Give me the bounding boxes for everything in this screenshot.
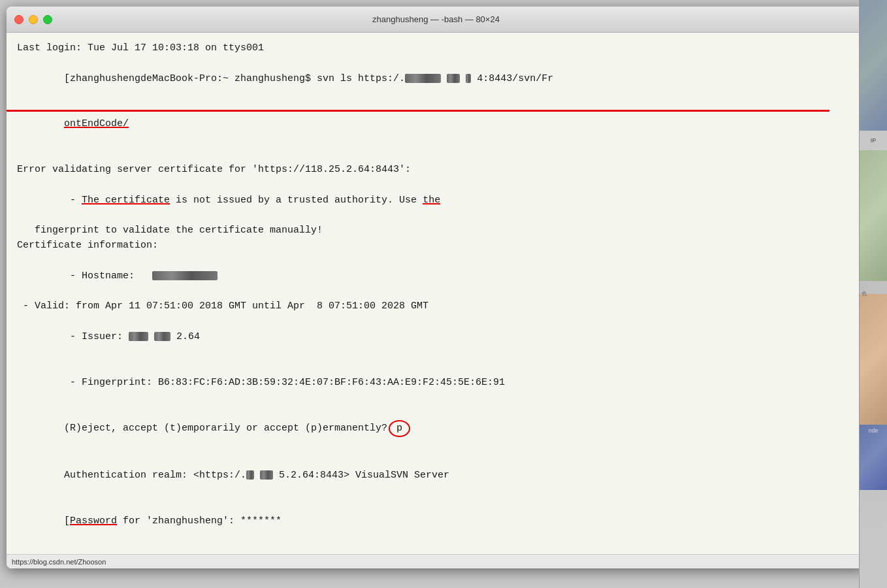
last-login-line: Last login: Tue Jul 17 10:03:18 on ttys0… bbox=[17, 41, 855, 56]
right-panel-bottom-image bbox=[860, 294, 887, 425]
cert-info-line: Certificate information: bbox=[17, 238, 855, 253]
terminal-body[interactable]: Last login: Tue Jul 17 10:03:18 on ttys0… bbox=[7, 33, 865, 568]
password-prompt1-line: [Password for 'zhanghusheng': ******* bbox=[17, 498, 855, 544]
the-cert-underlined: The certificate bbox=[82, 195, 170, 206]
blurred-host3 bbox=[466, 74, 471, 83]
ontendcode-underlined: ontEndCode/ bbox=[64, 118, 129, 129]
blurred-hostname bbox=[152, 271, 218, 280]
the-underlined: the bbox=[423, 195, 440, 206]
prompt-text: [zhanghushengdeMacBook-Pro:~ zhanghushen… bbox=[64, 73, 405, 84]
issuer-line: - Issuer: 2.64 bbox=[17, 314, 855, 360]
p-circle-annotation: p bbox=[389, 420, 410, 437]
fingerprint-line: - Fingerprint: B6:83:FC:F6:AD:3B:59:32:4… bbox=[17, 359, 855, 405]
right-panel: IP 色. nde bbox=[859, 0, 887, 588]
blurred-host1 bbox=[405, 74, 441, 83]
traffic-lights bbox=[14, 15, 52, 24]
terminal-window: zhanghusheng — -bash — 80×24 Last login:… bbox=[7, 7, 865, 568]
error-line1: - The certificate is not issued by a tru… bbox=[17, 177, 855, 223]
right-panel-footer-image: nde bbox=[860, 425, 887, 490]
command-end: 4:8443/svn/Fr bbox=[477, 73, 553, 84]
reject-prompt-line: (R)eject, accept (t)emporarily or accept… bbox=[17, 405, 855, 453]
right-panel-mid-image bbox=[860, 150, 887, 281]
blurred-host2 bbox=[447, 74, 460, 83]
right-panel-label: nde bbox=[860, 425, 887, 436]
minimize-button[interactable] bbox=[29, 15, 38, 24]
red-annotation-line bbox=[7, 110, 830, 112]
error-header-line: Error validating server certificate for … bbox=[17, 162, 855, 177]
close-button[interactable] bbox=[14, 15, 24, 24]
error-line2: fingerprint to validate the certificate … bbox=[17, 223, 855, 238]
right-panel-ip-label: IP bbox=[860, 131, 887, 150]
bottom-bar: https://blog.csdn.net/Zhooson bbox=[7, 554, 865, 568]
valid-line: - Valid: from Apr 11 07:51:00 2018 GMT u… bbox=[17, 299, 855, 314]
title-bar: zhanghusheng — -bash — 80×24 bbox=[7, 7, 865, 33]
hostname-line: - Hostname: bbox=[17, 253, 855, 299]
auth-realm1-line: Authentication realm: <https:/. 5.2.64:8… bbox=[17, 453, 855, 498]
password-underlined1: Password bbox=[70, 515, 117, 527]
blurred-issuer2 bbox=[154, 332, 170, 341]
command-line: [zhanghushengdeMacBook-Pro:~ zhanghushen… bbox=[17, 56, 855, 101]
window-title: zhanghusheng — -bash — 80×24 bbox=[372, 14, 500, 24]
blurred-realm1b bbox=[260, 470, 273, 480]
right-panel-color-label: 色. bbox=[860, 281, 867, 294]
maximize-button[interactable] bbox=[43, 15, 52, 24]
right-panel-top-image bbox=[860, 0, 887, 131]
blurred-issuer1 bbox=[129, 332, 148, 341]
blurred-realm1a bbox=[246, 470, 254, 480]
bottom-url: https://blog.csdn.net/Zhooson bbox=[12, 558, 106, 566]
